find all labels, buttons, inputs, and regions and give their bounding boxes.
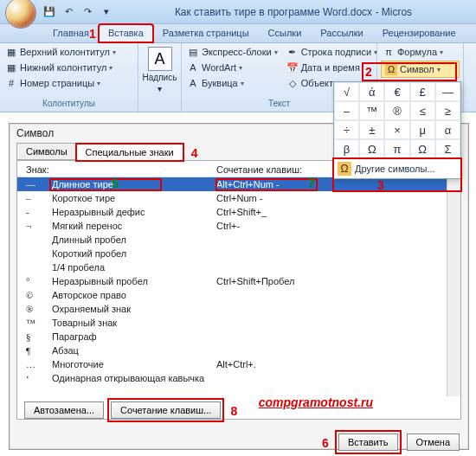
pagenumber-button[interactable]: #Номер страницы▾ [3, 76, 134, 90]
char-glyph: ‘ [26, 373, 52, 383]
list-item[interactable]: –Короткое тиреCtrl+Num - [17, 191, 460, 205]
undo-icon[interactable]: ↶ [61, 4, 76, 20]
char-name: Неразрывный дефис [52, 207, 216, 217]
col-char: Знак: [26, 164, 216, 175]
tab-mailings[interactable]: Рассылки [311, 24, 372, 42]
dialog-footer: 6 Вставить Отмена [10, 427, 468, 456]
symbol-cell[interactable]: € [384, 82, 409, 101]
symbol-cell[interactable]: α [435, 120, 460, 139]
shortcut-button[interactable]: Сочетание клавиш... 8 [111, 401, 221, 419]
symbol-cell[interactable]: Ω [410, 139, 435, 158]
tab-references[interactable]: Ссылки [259, 24, 312, 42]
dropcap-icon: A [187, 77, 199, 89]
list-item[interactable]: …МноготочиеAlt+Ctrl+. [17, 357, 460, 371]
textbox-button[interactable]: A Надпись ▾ [138, 45, 183, 95]
symbol-dropdown: √ά€£—–™®≤≥÷±×μαβΩπΩΣ Ω Другие символы...… [333, 81, 461, 179]
list-item[interactable]: ™Товарный знак [17, 316, 460, 330]
char-glyph: ¬ [26, 221, 52, 231]
object-icon: ◇ [286, 77, 299, 89]
char-name: Товарный знак [52, 318, 216, 328]
list-item[interactable]: §Параграф [17, 330, 460, 344]
symbol-cell[interactable]: μ [410, 120, 435, 139]
qat-dropdown-icon[interactable]: ▾ [99, 4, 114, 20]
symbol-cell[interactable]: ≤ [410, 101, 435, 120]
pagenumber-label: Номер страницы [20, 78, 94, 88]
list-item[interactable]: 1/4 пробела [17, 260, 460, 274]
char-glyph: © [26, 290, 52, 300]
symbol-cell[interactable]: β [334, 139, 359, 158]
symbol-cell[interactable]: × [384, 120, 409, 139]
symbol-cell[interactable]: π [384, 139, 409, 158]
symbol-cell[interactable]: ® [384, 101, 409, 120]
list-item[interactable]: Короткий пробел [17, 247, 460, 260]
chevron-down-icon: ▾ [109, 64, 113, 72]
list-item[interactable]: -Неразрывный дефисCtrl+Shift+_ [17, 205, 460, 219]
col-shortcut: Сочетание клавиш: [216, 164, 302, 175]
signature-button[interactable]: ✒Строка подписи▾ [285, 45, 379, 59]
save-icon[interactable]: 💾 [42, 4, 57, 20]
tab-insert[interactable]: 1 Вставка [99, 24, 153, 42]
char-shortcut: Ctrl+Shift+Пробел [216, 276, 294, 286]
callout-3: 3 [377, 178, 384, 192]
insert-button[interactable]: 6 Вставить [338, 434, 398, 451]
callout-5: 5 [112, 177, 119, 190]
char-name: Одинарная открывающая кавычка [52, 373, 216, 383]
dialog-body: Знак: Сочетание клавиш: —Длинное тиреAlt… [16, 160, 461, 420]
tab-symbols[interactable]: Символы [16, 143, 77, 160]
symbol-cell[interactable]: Σ [435, 139, 460, 158]
symbol-cell[interactable]: Ω [359, 139, 384, 158]
tab-special-chars[interactable]: Специальные знаки 4 [76, 144, 183, 161]
list-item[interactable]: °Неразрывный пробелCtrl+Shift+Пробел [17, 274, 460, 288]
char-glyph: ™ [26, 318, 52, 328]
watermark: compgramotnost.ru [259, 395, 373, 409]
autochange-button[interactable]: Автозамена... [24, 401, 104, 419]
symbol-cell[interactable]: £ [410, 82, 435, 101]
callout-box-3 [332, 157, 462, 192]
symbol-cell[interactable]: – [334, 101, 359, 120]
window-title: Как ставить тире в программе Word.docx -… [114, 6, 473, 18]
list-item[interactable]: ©Авторское право [17, 288, 460, 302]
chevron-down-icon: ▾ [113, 48, 116, 56]
tab-pagelayout[interactable]: Разметка страницы [153, 24, 259, 42]
char-name: Короткое тире [52, 193, 216, 203]
quickparts-button[interactable]: ▤Экспресс-блоки▾ [185, 45, 280, 59]
footer-button[interactable]: ▦Нижний колонтитул▾ [3, 61, 134, 74]
symbol-cell[interactable]: ™ [359, 101, 384, 120]
equation-button[interactable]: πФормула▾ [381, 45, 460, 59]
callout-2: 2 [365, 65, 372, 79]
callout-box-2: 2 [362, 62, 457, 81]
callout-4: 4 [191, 146, 198, 160]
more-symbols-item[interactable]: Ω Другие символы... 3 [334, 158, 460, 178]
list-item[interactable]: ¬Мягкий переносCtrl+- [17, 219, 460, 233]
symbol-cell[interactable]: — [435, 82, 460, 101]
blocks-icon: ▤ [187, 46, 199, 58]
list-item[interactable]: ¶Абзац [17, 344, 460, 357]
callout-1: 1 [89, 27, 96, 41]
symbol-cell[interactable]: √ [334, 82, 359, 101]
special-chars-list[interactable]: —Длинное тиреAlt+Ctrl+Num -–Короткое тир… [17, 177, 460, 385]
symbol-cell[interactable]: ÷ [334, 120, 359, 139]
wordart-button[interactable]: AWordArt▾ [185, 61, 280, 74]
char-glyph: ¶ [26, 345, 52, 356]
redo-icon[interactable]: ↷ [80, 4, 95, 20]
list-item[interactable]: ®Охраняемый знак [17, 302, 460, 316]
wordart-label: WordArt [202, 62, 236, 73]
symbol-cell[interactable]: ± [359, 120, 384, 139]
callout-8: 8 [230, 404, 237, 418]
symbol-cell[interactable]: ά [359, 82, 384, 101]
dialog-lower-buttons: Автозамена... Сочетание клавиш... 8 [17, 396, 460, 419]
chevron-down-icon: ▾ [158, 84, 162, 93]
callout-7: 7 [308, 177, 315, 190]
char-glyph: ® [26, 304, 52, 314]
office-button[interactable] [5, 0, 36, 29]
cancel-button[interactable]: Отмена [407, 434, 460, 451]
list-item[interactable]: Длинный пробел [17, 233, 460, 247]
dropcap-button[interactable]: AБуквица▾ [185, 76, 280, 90]
scrollbar[interactable] [447, 177, 460, 396]
symbol-cell[interactable]: ≥ [435, 101, 460, 120]
tab-review[interactable]: Рецензирование [373, 24, 466, 42]
char-glyph: … [26, 359, 52, 369]
list-item[interactable]: ‘Одинарная открывающая кавычка [17, 371, 460, 385]
shortcut-button-label: Сочетание клавиш... [120, 405, 211, 415]
header-button[interactable]: ▦Верхний колонтитул▾ [3, 45, 134, 59]
